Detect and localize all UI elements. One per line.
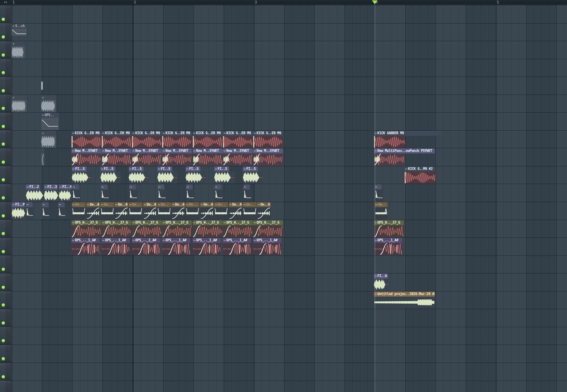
clip-kick-g-er-m9[interactable]: ↦KICK G..ER M9: [253, 131, 283, 148]
clip-new-m-sywet[interactable]: ↦New M..SYWET: [162, 148, 192, 166]
clip-header[interactable]: ↦Un..: [72, 202, 86, 207]
clip-header[interactable]: ↦FI..2: [26, 184, 40, 190]
clip-header[interactable]: ↦KICK G..ER M9: [253, 131, 283, 136]
clip-header[interactable]: ↦OPS_H.._37_G: [374, 220, 404, 225]
track-mute-led[interactable]: [2, 35, 5, 39]
clip-ops-1-a[interactable]: ↦OPS_.._1_A#: [193, 238, 221, 255]
clip-fi-5[interactable]: ↦FI..5: [186, 166, 206, 184]
track-header[interactable]: [0, 95, 11, 112]
clip-header[interactable]: ↦KICK G..ER M9: [193, 131, 222, 136]
clip-ops-h-37-g[interactable]: ↦OPS_H.._37_G: [223, 220, 253, 237]
track-header[interactable]: [0, 238, 11, 255]
clip-un-6[interactable]: ↦Un..6: [229, 202, 242, 219]
clip-header[interactable]: ↦KICK G..ER M9: [132, 131, 162, 136]
clip-header[interactable]: ↦Un..: [214, 202, 228, 207]
clip-header[interactable]: ↦Un..: [157, 202, 171, 207]
clip-pattern[interactable]: ↦: [101, 184, 109, 202]
clip-kick-g-er-m9[interactable]: ↦KICK G..ER M9: [102, 131, 131, 148]
clip-fi-3[interactable]: ↦FI..3: [44, 184, 59, 202]
clip-pattern[interactable]: ↦: [129, 184, 138, 202]
clip-header[interactable]: ↦: [58, 202, 65, 207]
clip-header[interactable]: ↦: [129, 184, 136, 190]
clip-un[interactable]: ↦Un..: [157, 202, 171, 219]
track-header[interactable]: [0, 59, 11, 76]
clip-un-6[interactable]: ↦Un..6: [257, 202, 271, 219]
clip-header[interactable]: ↦Un..: [100, 202, 114, 207]
clip-header[interactable]: ↦New M..SYWET: [102, 148, 131, 153]
track-header[interactable]: [0, 77, 11, 94]
clip-header[interactable]: ↦KICK G..M9 #2: [405, 166, 436, 171]
track-mute-led[interactable]: [2, 321, 5, 325]
clip-header[interactable]: ↦FI..5: [186, 166, 201, 171]
clip-s-ch[interactable]: ✕S..ch: [12, 24, 27, 36]
track-mute-led[interactable]: [2, 71, 5, 75]
clip-header[interactable]: ↦Un..6: [257, 202, 271, 207]
clip-ops-h-37-g[interactable]: ↦OPS_H.._37_G: [71, 220, 101, 237]
track-mute-led[interactable]: [2, 107, 5, 110]
clip-kick-g-er-m9[interactable]: ↦KICK G..ER M9: [162, 131, 192, 148]
clip-header[interactable]: ↦FI..4: [59, 184, 71, 190]
track-header[interactable]: [0, 309, 11, 326]
track-header[interactable]: [0, 166, 11, 183]
clip-header[interactable]: ↦New M..SYWET: [162, 148, 192, 153]
clip-pattern[interactable]: ↦: [186, 184, 195, 202]
clip-ops-h-37-g[interactable]: ↦OPS_H.._37_G: [102, 220, 131, 237]
clip-header[interactable]: ↦FI..3: [44, 184, 58, 190]
track-header[interactable]: [0, 184, 11, 201]
clip-ops-1-a[interactable]: ↦OPS_.._1_A#: [374, 238, 402, 255]
track-mute-led[interactable]: [2, 53, 5, 57]
track-header[interactable]: [0, 113, 11, 130]
clip-header[interactable]: ↦FI..5: [214, 166, 229, 171]
track-mute-led[interactable]: [2, 268, 5, 271]
clip-header[interactable]: ↦Un..6: [200, 202, 214, 207]
clip-header[interactable]: ↦OPS_H.._37_G: [193, 220, 222, 225]
track-header[interactable]: [0, 220, 11, 237]
clip-kick-g-er-m9[interactable]: ↦KICK G..ER M9: [223, 131, 253, 148]
clip-new-multipunc-owpunch-psywet[interactable]: ↦New MultiPunc..owPunch PSYWET: [374, 148, 435, 166]
track-mute-led[interactable]: [2, 142, 5, 146]
clip-fi-5[interactable]: ↦FI..5: [72, 166, 92, 184]
clip-header[interactable]: ↦FI..5: [129, 166, 144, 171]
clip-header[interactable]: ✕: [12, 95, 27, 100]
clip-header[interactable]: ↦OPS_.._1_A#: [162, 238, 190, 243]
clip-kick-g-er-m9[interactable]: ↦KICK G..ER M9: [71, 131, 101, 148]
clip-header[interactable]: ↦New M..SYWET: [71, 148, 101, 153]
clip-header[interactable]: ↦: [72, 184, 79, 190]
clip-fi-6[interactable]: ↦FI..6: [374, 273, 389, 291]
clip-pattern[interactable]: ✕: [41, 131, 56, 148]
clip-header[interactable]: ↦Un..: [186, 202, 199, 207]
clip-header[interactable]: ↦KICK G..ER M9: [223, 131, 253, 136]
clip-new-m-sywet[interactable]: ↦New M..SYWET: [193, 148, 222, 166]
clip-header[interactable]: ↦FI..5: [157, 166, 172, 171]
track-header[interactable]: [0, 255, 11, 273]
clip-kick-g-er-m9[interactable]: ↦KICK G..ER M9: [132, 131, 162, 148]
clip-new-m-sywet[interactable]: ↦New M..SYWET: [223, 148, 253, 166]
clip-ops-h-37-g[interactable]: ↦OPS_H.._37_G: [132, 220, 162, 237]
clip-ops-1-a[interactable]: ↦OPS_.._1_A#: [71, 238, 100, 255]
clip-pattern[interactable]: [41, 148, 44, 166]
clip-header[interactable]: ↦KICK G..ER M9: [162, 131, 192, 136]
clip-kick-g-m9-2[interactable]: ↦KICK G..M9 #2: [405, 166, 436, 184]
track-mute-led[interactable]: [2, 125, 5, 128]
track-mute-led[interactable]: [2, 214, 5, 218]
clip-ops-1-a[interactable]: ↦OPS_.._1_A#: [223, 238, 251, 255]
clip-fi-p[interactable]: ↦FI..P: [12, 202, 26, 219]
clip-fi-5[interactable]: ↦FI..5: [243, 166, 263, 184]
clip-header[interactable]: ↦Un..6: [86, 202, 100, 207]
clip-fi-4[interactable]: ↦FI..4: [59, 184, 72, 202]
track-header[interactable]: [0, 41, 11, 58]
track-header[interactable]: [0, 5, 11, 23]
clip-header[interactable]: ↦KICK GABBER M9: [374, 131, 442, 136]
clip-header[interactable]: ✕: [41, 95, 56, 100]
clip-pattern[interactable]: ✕: [12, 41, 25, 58]
track-header[interactable]: [0, 345, 11, 362]
clip-header[interactable]: ↦: [42, 202, 49, 207]
track-mute-led[interactable]: [2, 303, 5, 307]
clip-header[interactable]: ↦KICK G..ER M9: [102, 131, 131, 136]
clip-un[interactable]: ↦Un..: [375, 202, 388, 219]
clip-fi-2[interactable]: ↦FI..2: [26, 184, 44, 202]
clip-ops-1-a[interactable]: ↦OPS_.._1_A#: [102, 238, 130, 255]
clip-un[interactable]: ↦Un..: [186, 202, 199, 219]
clip-header[interactable]: ↦FI..5: [72, 166, 87, 171]
track-mute-led[interactable]: [2, 250, 5, 253]
